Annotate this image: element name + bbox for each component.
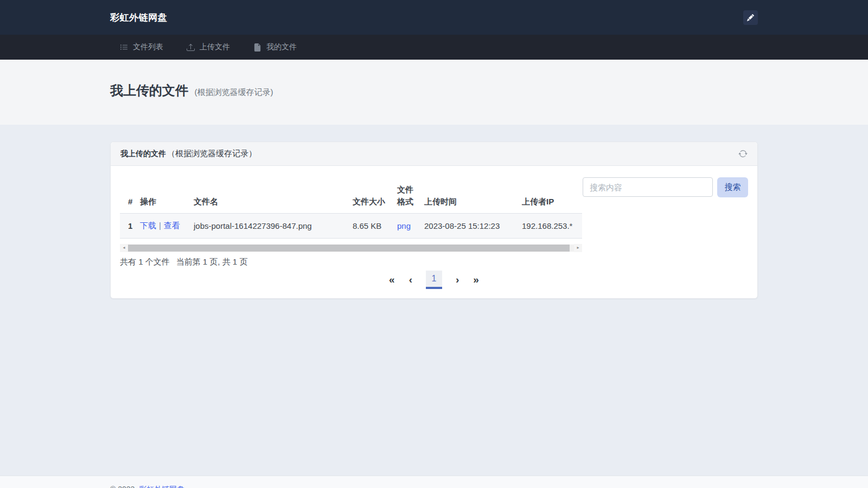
refresh-button[interactable] (738, 149, 748, 158)
list-icon (120, 43, 128, 52)
table-zone: # 操作 文件名 文件大小 文件格式 上传时间 上传者IP (120, 175, 582, 267)
footer: © 2023 彩虹外链网盘 (0, 476, 868, 488)
footer-site-link[interactable]: 彩虹外链网盘 (139, 485, 184, 488)
files-card: 我上传的文件 （根据浏览器缓存记录） (110, 142, 758, 299)
action-separator: | (159, 221, 161, 230)
top-navbar: 彩虹外链网盘 (0, 0, 868, 35)
cell-filesize: 8.65 KB (352, 213, 396, 238)
cell-format: png (396, 213, 423, 238)
search-input[interactable] (583, 177, 713, 197)
pagination: « ‹ 1 › » (120, 271, 748, 289)
card-header: 我上传的文件 （根据浏览器缓存记录） (111, 142, 757, 166)
card-body: # 操作 文件名 文件大小 文件格式 上传时间 上传者IP (111, 166, 757, 298)
prev-page-button[interactable]: ‹ (402, 271, 419, 289)
view-link[interactable]: 查看 (164, 221, 180, 230)
nav-item-label: 上传文件 (200, 42, 230, 52)
nav-item-upload[interactable]: 上传文件 (187, 42, 230, 52)
scrollbar-track (570, 245, 574, 252)
card-title: 我上传的文件 (120, 149, 166, 159)
nav-item-file-list[interactable]: 文件列表 (120, 42, 163, 52)
scroll-left-button[interactable]: ◂ (120, 244, 128, 252)
pencil-icon (747, 14, 754, 21)
page-title: 我上传的文件 (110, 83, 188, 98)
file-count-text: 共有 1 个文件 (120, 257, 170, 266)
next-page-button[interactable]: › (449, 271, 466, 289)
col-format: 文件格式 (396, 182, 423, 213)
main-content: 我上传的文件 （根据浏览器缓存记录） (0, 142, 868, 476)
scroll-right-button[interactable]: ▸ (574, 244, 582, 252)
page-count-text: 当前第 1 页, 共 1 页 (176, 257, 248, 266)
nav-item-label: 我的文件 (266, 42, 297, 52)
table-row: 1 下载|查看 jobs-portal-1614227396-847.png 8… (120, 213, 582, 238)
scrollbar-thumb[interactable] (128, 245, 570, 252)
col-uploader-ip: 上传者IP (521, 182, 582, 213)
cell-filename: jobs-portal-1614227396-847.png (193, 213, 352, 238)
cell-index: 1 (120, 213, 139, 238)
cell-upload-time: 2023-08-25 15:12:23 (423, 213, 521, 238)
current-page-button[interactable]: 1 (426, 271, 442, 289)
nav-item-my-files[interactable]: 我的文件 (253, 42, 297, 52)
copyright-text: © 2023 (110, 485, 135, 488)
cell-actions: 下载|查看 (139, 213, 193, 238)
search-form: 搜索 (583, 177, 748, 197)
page-subtitle: (根据浏览器缓存记录) (194, 87, 273, 97)
files-table: # 操作 文件名 文件大小 文件格式 上传时间 上传者IP (120, 182, 582, 239)
theme-toggle-button[interactable] (743, 10, 758, 25)
cell-uploader-ip: 192.168.253.* (521, 213, 582, 238)
page-header: 我上传的文件 (根据浏览器缓存记录) (0, 60, 868, 125)
download-link[interactable]: 下载 (140, 221, 156, 230)
col-filesize: 文件大小 (352, 182, 396, 213)
table-header-row: # 操作 文件名 文件大小 文件格式 上传时间 上传者IP (120, 182, 582, 213)
col-filename: 文件名 (193, 182, 352, 213)
brand-title[interactable]: 彩虹外链网盘 (110, 11, 167, 24)
file-icon (253, 43, 261, 52)
summary-line: 共有 1 个文件当前第 1 页, 共 1 页 (120, 257, 582, 267)
table-scroll-container: # 操作 文件名 文件大小 文件格式 上传时间 上传者IP (120, 182, 582, 239)
format-link[interactable]: png (397, 221, 411, 230)
col-upload-time: 上传时间 (423, 182, 521, 213)
upload-icon (187, 43, 195, 52)
card-subtitle: （根据浏览器缓存记录） (167, 149, 257, 159)
horizontal-scrollbar[interactable]: ◂ ▸ (120, 244, 582, 252)
search-button[interactable]: 搜索 (717, 177, 748, 197)
col-index: # (120, 182, 139, 213)
first-page-button[interactable]: « (382, 271, 402, 289)
main-nav: 文件列表 上传文件 我的文件 (0, 35, 868, 60)
col-actions: 操作 (139, 182, 193, 213)
refresh-icon (738, 152, 748, 160)
last-page-button[interactable]: » (466, 271, 486, 289)
nav-item-label: 文件列表 (133, 42, 163, 52)
